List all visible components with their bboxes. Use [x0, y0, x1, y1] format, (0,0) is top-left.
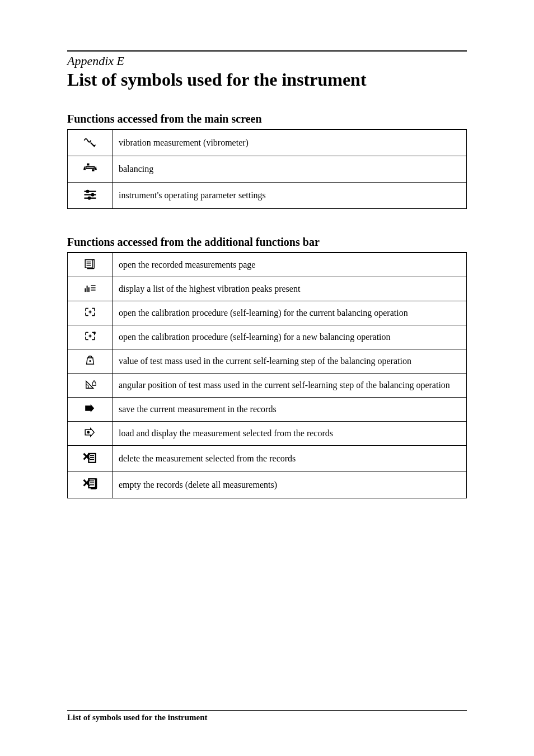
balancing-icon: [68, 156, 113, 183]
svg-rect-17: [87, 286, 88, 292]
cell-desc: open the calibration procedure (self-lea…: [113, 301, 467, 325]
cell-desc: vibration measurement (vibrometer): [113, 130, 467, 156]
test-mass-angle-icon: [68, 374, 113, 398]
cell-desc: delete the measurement selected from the…: [113, 446, 467, 472]
svg-point-7: [86, 190, 90, 193]
footer-text: List of symbols used for the instrument: [67, 713, 467, 722]
cell-desc: angular position of test mass used in th…: [113, 374, 467, 398]
load-record-icon: [68, 422, 113, 446]
peaks-list-icon: [68, 277, 113, 301]
svg-rect-16: [85, 288, 86, 292]
svg-rect-18: [88, 287, 90, 292]
cell-desc: save the current measurement in the reco…: [113, 398, 467, 422]
save-record-icon: [68, 398, 113, 422]
section1-heading: Functions accessed from the main screen: [67, 113, 467, 125]
delete-record-icon: [68, 446, 113, 472]
calibrate-new-icon: [68, 325, 113, 349]
settings-icon: [68, 183, 113, 209]
table-row: value of test mass used in the current s…: [68, 349, 467, 374]
cell-desc: load and display the measurement selecte…: [113, 422, 467, 446]
page-footer: List of symbols used for the instrument: [67, 710, 467, 722]
svg-point-9: [91, 193, 95, 197]
cell-desc: display a list of the highest vibration …: [113, 277, 467, 301]
svg-marker-31: [85, 404, 94, 412]
svg-point-30: [89, 360, 91, 362]
cell-desc: instrument's operating parameter setting…: [113, 183, 467, 209]
appendix-label: Appendix E: [67, 54, 467, 68]
cell-desc: empty the records (delete all measuremen…: [113, 472, 467, 498]
svg-point-33: [87, 431, 90, 434]
calibrate-current-icon: [68, 301, 113, 325]
svg-rect-5: [92, 169, 95, 171]
table-row: display a list of the highest vibration …: [68, 277, 467, 301]
svg-rect-4: [87, 164, 90, 166]
table-row: balancing: [68, 156, 467, 183]
records-page-icon: [68, 253, 113, 277]
svg-rect-1: [86, 167, 95, 169]
additional-functions-table: open the recorded measurements page disp…: [67, 253, 467, 498]
table-row: delete the measurement selected from the…: [68, 446, 467, 472]
table-row: load and display the measurement selecte…: [68, 422, 467, 446]
vibrometer-icon: [68, 130, 113, 156]
footer-rule: [67, 710, 467, 711]
top-rule: [67, 50, 467, 52]
cell-desc: balancing: [113, 156, 467, 183]
table-row: save the current measurement in the reco…: [68, 398, 467, 422]
table-row: angular position of test mass used in th…: [68, 374, 467, 398]
test-mass-value-icon: [68, 349, 113, 374]
cell-desc: value of test mass used in the current s…: [113, 349, 467, 374]
cell-desc: open the calibration procedure (self-lea…: [113, 325, 467, 349]
table-row: open the calibration procedure (self-lea…: [68, 301, 467, 325]
empty-records-icon: [68, 472, 113, 498]
main-functions-table: vibration measurement (vibrometer) balan…: [67, 129, 467, 209]
table-row: open the calibration procedure (self-lea…: [68, 325, 467, 349]
table-row: instrument's operating parameter setting…: [68, 183, 467, 209]
cell-desc: open the recorded measurements page: [113, 253, 467, 277]
page-title: List of symbols used for the instrument: [67, 69, 467, 90]
table-row: empty the records (delete all measuremen…: [68, 472, 467, 498]
svg-point-11: [88, 197, 91, 200]
table-row: vibration measurement (vibrometer): [68, 130, 467, 156]
table-row: open the recorded measurements page: [68, 253, 467, 277]
section2-heading: Functions accessed from the additional f…: [67, 236, 467, 249]
